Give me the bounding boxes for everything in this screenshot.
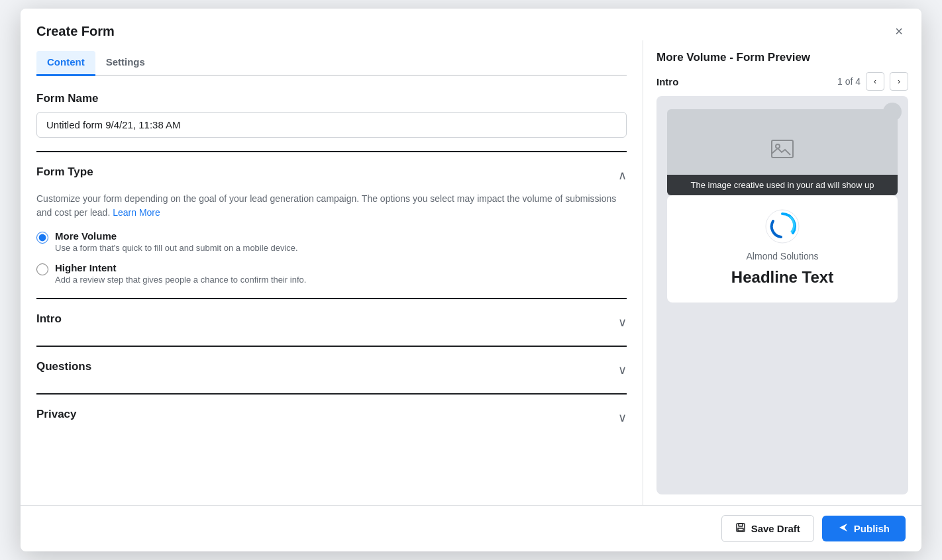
privacy-header[interactable]: Privacy ∨: [36, 408, 627, 428]
image-placeholder-icon: [769, 136, 796, 169]
radio-higher-intent-input[interactable]: [36, 263, 48, 275]
modal-header: Create Form ×: [21, 9, 921, 40]
form-type-label: Form Type: [36, 165, 93, 179]
left-panel: Content Settings Form Name Form Type ∧ C…: [21, 40, 643, 505]
preview-nav-label: Intro: [656, 76, 678, 87]
publish-label: Publish: [854, 523, 890, 534]
questions-header[interactable]: Questions ∨: [36, 360, 627, 380]
image-tooltip: The image creative used in your ad will …: [667, 175, 898, 195]
brand-name: Almond Solutions: [747, 251, 819, 261]
close-button[interactable]: ×: [892, 22, 906, 40]
publish-send-icon: [838, 522, 849, 535]
questions-chevron-icon: ∨: [618, 363, 627, 377]
divider-3: [36, 346, 627, 347]
preview-title: More Volume - Form Preview: [656, 51, 908, 64]
form-type-description: Customize your form depending on the goa…: [36, 192, 627, 220]
preview-card: Almond Solutions Headline Text: [667, 195, 898, 303]
radio-higher-intent-label[interactable]: Higher Intent Add a review step that giv…: [36, 262, 627, 285]
intro-chevron-icon: ∨: [618, 315, 627, 330]
svg-rect-5: [739, 524, 743, 526]
intro-label: Intro: [36, 312, 62, 326]
questions-label: Questions: [36, 360, 91, 373]
publish-button[interactable]: Publish: [822, 516, 906, 541]
brand-logo: [764, 209, 800, 244]
radio-higher-intent-text: Higher Intent Add a review step that giv…: [55, 262, 306, 285]
learn-more-link[interactable]: Learn More: [113, 207, 160, 218]
intro-header[interactable]: Intro ∨: [36, 312, 627, 332]
privacy-label: Privacy: [36, 408, 77, 421]
divider-1: [36, 151, 627, 152]
svg-rect-6: [738, 528, 743, 531]
radio-more-volume: More Volume Use a form that's quick to f…: [36, 230, 627, 253]
preview-container: × The image creative used in your ad wil…: [656, 96, 908, 494]
radio-more-volume-text: More Volume Use a form that's quick to f…: [55, 230, 298, 253]
preview-nav-controls: 1 of 4 ‹ ›: [837, 72, 908, 91]
divider-2: [36, 298, 627, 299]
prev-page-button[interactable]: ‹: [866, 72, 884, 91]
radio-more-volume-input[interactable]: [36, 232, 48, 244]
form-type-chevron-up-icon: ∧: [618, 168, 627, 183]
preview-nav: Intro 1 of 4 ‹ ›: [656, 72, 908, 91]
create-form-modal: Create Form × Content Settings Form Name…: [21, 9, 921, 551]
tabs: Content Settings: [36, 51, 627, 76]
privacy-chevron-icon: ∨: [618, 410, 627, 425]
radio-more-volume-label[interactable]: More Volume Use a form that's quick to f…: [36, 230, 627, 253]
radio-higher-intent: Higher Intent Add a review step that giv…: [36, 262, 627, 285]
next-page-button[interactable]: ›: [890, 72, 908, 91]
tab-content[interactable]: Content: [36, 51, 95, 76]
save-draft-icon: [735, 522, 746, 535]
save-draft-button[interactable]: Save Draft: [721, 515, 814, 542]
form-name-input[interactable]: [36, 112, 627, 138]
right-panel: More Volume - Form Preview Intro 1 of 4 …: [643, 40, 921, 505]
modal-title: Create Form: [36, 24, 115, 39]
modal-footer: Save Draft Publish: [21, 505, 921, 551]
preview-image-placeholder: The image creative used in your ad will …: [667, 109, 898, 195]
tab-settings[interactable]: Settings: [95, 51, 156, 76]
divider-4: [36, 393, 627, 395]
headline-text: Headline Text: [731, 268, 833, 287]
modal-body: Content Settings Form Name Form Type ∧ C…: [21, 40, 921, 505]
form-type-header[interactable]: Form Type ∧: [36, 165, 627, 185]
page-count: 1 of 4: [837, 76, 861, 87]
save-draft-label: Save Draft: [751, 523, 800, 534]
form-name-label: Form Name: [36, 92, 627, 105]
